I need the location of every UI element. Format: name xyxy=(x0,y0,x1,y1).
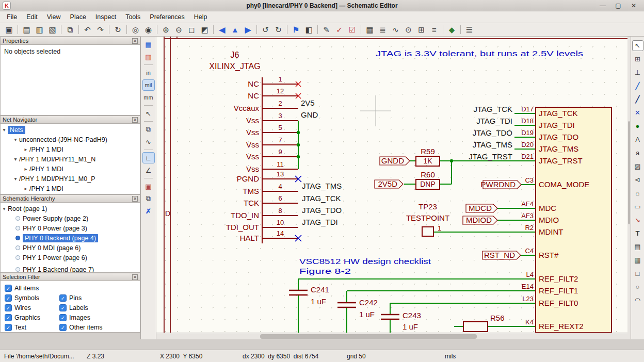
save-button[interactable]: ▣ xyxy=(3,24,15,36)
schematic-canvas[interactable]: D JTAG is 3.3V tolerant, but runs at 2.5… xyxy=(156,37,627,339)
rotate-cw-button[interactable]: ↻ xyxy=(272,24,285,36)
hierarchy-item[interactable]: PHY 0 Power (page 3) xyxy=(1,223,140,233)
hierarchy-item[interactable]: Power Supply (page 2) xyxy=(1,213,140,223)
fields-table-button[interactable]: ▦ xyxy=(363,24,376,36)
probe-button[interactable]: ⊙ xyxy=(402,24,415,36)
checkbox-checked[interactable]: ✓ xyxy=(59,294,67,302)
net-label-jtag-tms[interactable]: JTAG_TMS xyxy=(302,182,342,190)
units-inches-button[interactable]: in xyxy=(142,67,155,78)
r56-resistor[interactable]: R56 xyxy=(463,314,505,332)
simulator-button[interactable]: ∿ xyxy=(389,24,402,36)
rules-area-tool[interactable]: ▨ xyxy=(632,161,643,172)
checkbox-checked[interactable]: ✓ xyxy=(5,314,12,321)
net-highlight-button[interactable]: ▣ xyxy=(142,180,155,192)
j6-value[interactable]: XILINX_JTAG xyxy=(209,62,260,71)
redo-button[interactable]: ↷ xyxy=(94,24,107,36)
circle-tool[interactable]: ○ xyxy=(632,282,643,292)
net-tree-item[interactable]: ▸ /PHY 1 MDI xyxy=(1,144,140,154)
export-table-button[interactable]: ⊞ xyxy=(415,24,428,36)
import-sheet-pin-tool[interactable]: ↘ xyxy=(632,215,643,225)
net-tree-item[interactable]: ▸ /PHY 1 MDI xyxy=(1,184,140,193)
hierarchy-item-current[interactable]: PHY 0 Backend (page 4) xyxy=(1,233,140,243)
plot-button[interactable]: ▧ xyxy=(46,24,59,36)
crosshair-style-button[interactable]: ↖ xyxy=(142,108,155,119)
filter-text[interactable]: ✓ Text xyxy=(5,324,59,331)
bus-tool[interactable]: ╱ xyxy=(632,94,643,105)
toolbar-config-button[interactable]: ☰ xyxy=(463,24,476,36)
hierarchy-item[interactable]: PHY 1 Power (page 6) xyxy=(1,253,140,262)
nav-back-button[interactable]: ◀ xyxy=(216,24,229,36)
mirror-button[interactable]: ◧ xyxy=(302,24,315,36)
wire-tool[interactable]: ╱ xyxy=(632,80,643,91)
sheet-tool[interactable]: ▭ xyxy=(632,201,643,212)
units-mils-button[interactable]: mil xyxy=(142,79,155,91)
selection-filter-close-button[interactable]: ✕ xyxy=(132,274,138,280)
net-tree-item[interactable]: ▾ Nets xyxy=(1,125,140,135)
net-label-gnd[interactable]: GND xyxy=(301,110,318,119)
net-label-jtag-tdo[interactable]: JTAG_TDO xyxy=(473,128,512,137)
vsc-checklist-note-line1[interactable]: VSC8512 HW design checklist xyxy=(299,257,431,266)
zoom-out-button[interactable]: ⊖ xyxy=(172,24,185,36)
hierarchy-item[interactable]: PHY 0 MDI (page 6) xyxy=(1,243,140,253)
junction-tool[interactable]: ● xyxy=(632,121,643,131)
filter-graphics[interactable]: ✓ Graphics xyxy=(5,314,59,321)
global-label-mdcd[interactable]: MDCD xyxy=(466,204,497,212)
symbol-check-button[interactable]: ✓ xyxy=(333,24,346,36)
hv-line-mode-button[interactable]: ∟ xyxy=(142,152,155,163)
jtag-note-text[interactable]: JTAG is 3.3V tolerant, but runs at 2.5V … xyxy=(376,49,583,58)
global-label-mdiod[interactable]: MDIOD xyxy=(463,216,497,224)
find-button[interactable]: ◎ xyxy=(129,24,142,36)
net-tree-item[interactable]: ▸ /PHY 1 MDI xyxy=(1,164,140,174)
net-label-jtag-tck[interactable]: JTAG_TCK xyxy=(302,194,341,203)
no-connect-tool[interactable]: ✕ xyxy=(632,107,643,118)
hierarchy-root-item[interactable]: ▾ Root (page 1) xyxy=(1,204,140,213)
arc-tool[interactable]: ◠ xyxy=(632,295,643,306)
tp23-testpoint[interactable]: TP23 TESTPOINT 1 xyxy=(406,202,449,236)
bom-button[interactable]: ≡ xyxy=(428,24,441,36)
undo-button[interactable]: ↶ xyxy=(81,24,94,36)
text-tool[interactable]: T xyxy=(632,228,643,239)
select-tool[interactable]: ↖ xyxy=(632,40,643,51)
rotate-ccw-button[interactable]: ↺ xyxy=(259,24,272,36)
pages-button[interactable]: ⧉ xyxy=(142,193,155,204)
global-label-rst-nd[interactable]: RST_ND xyxy=(482,251,521,259)
assign-footprints-button[interactable]: ◆ xyxy=(445,24,458,36)
filter-wires[interactable]: ✓ Wires xyxy=(5,304,59,311)
hierarchy-item[interactable]: PHY 1 Backend (page 7) xyxy=(1,265,140,273)
schematic-drawing[interactable]: D JTAG is 3.3V tolerant, but runs at 2.5… xyxy=(156,37,627,333)
global-label-2v5d[interactable]: 2V5D xyxy=(375,179,403,188)
hierarchical-label-tool[interactable]: ⊲ xyxy=(632,174,643,185)
place-power-port-tool[interactable]: ⊥ xyxy=(632,67,643,78)
net-tree-item[interactable]: ▾ /PHY 1 MDI/PHY11_M1_N xyxy=(1,154,140,164)
paste-button[interactable]: ⧉ xyxy=(63,24,76,36)
checkbox-checked[interactable]: ✓ xyxy=(59,314,67,321)
grid-overrides-icon[interactable]: ▦ xyxy=(142,51,155,62)
net-navigator-button[interactable]: ∿ xyxy=(142,136,155,147)
net-label-2v5[interactable]: 2V5 xyxy=(301,98,315,107)
checkbox-checked[interactable]: ✓ xyxy=(5,304,12,311)
refresh-button[interactable]: ↻ xyxy=(111,24,124,36)
filter-all-items[interactable]: ✓ All items xyxy=(5,285,136,292)
menu-file[interactable]: File xyxy=(2,12,22,22)
checkbox-checked[interactable]: ✓ xyxy=(5,324,12,331)
erc-button[interactable]: ☑ xyxy=(346,24,359,36)
r59-resistor[interactable]: R59 1K xyxy=(416,147,440,166)
zoom-selection-button[interactable]: ◩ xyxy=(198,24,211,36)
show-grid-icon[interactable]: ▦ xyxy=(142,39,155,50)
zoom-in-button[interactable]: ⊕ xyxy=(159,24,172,36)
j6-ref[interactable]: J6 xyxy=(231,51,239,59)
vsc-checklist-note-line2[interactable]: Figure 8-2 xyxy=(299,267,351,275)
nav-up-button[interactable]: ▲ xyxy=(229,24,242,36)
netclass-directive-tool[interactable]: a xyxy=(632,147,643,158)
menu-help[interactable]: Help xyxy=(189,12,212,22)
horizontal-scrollbar-thumb[interactable] xyxy=(260,334,477,339)
global-label-pwrdnd[interactable]: PWRDND xyxy=(481,180,522,189)
sheet-settings-button[interactable]: ▤ xyxy=(20,24,33,36)
menu-view[interactable]: View xyxy=(42,12,66,22)
checkbox-checked[interactable]: ✓ xyxy=(5,294,12,302)
hierarchy-navigator-button[interactable]: ⧉ xyxy=(142,124,155,135)
print-button[interactable]: ▥ xyxy=(33,24,46,36)
leave-sheet-button[interactable]: ⚑ xyxy=(289,24,302,36)
filter-pins[interactable]: ✓ Pins xyxy=(59,294,136,302)
find-replace-button[interactable]: ◉ xyxy=(142,24,155,36)
